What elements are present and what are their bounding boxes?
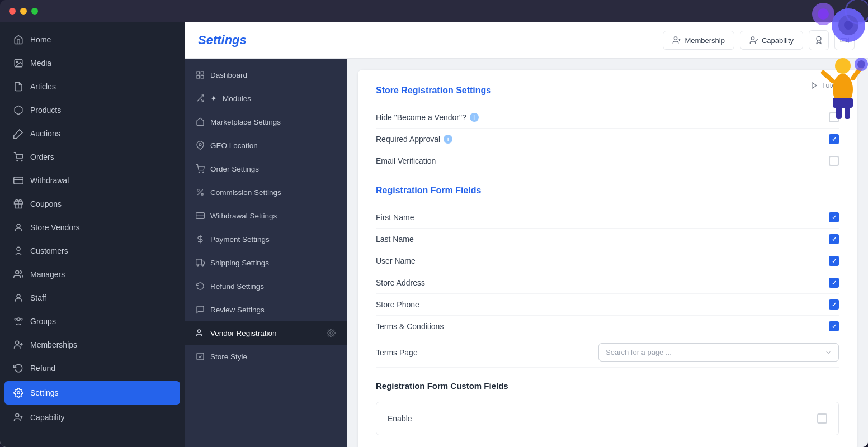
- store-phone-checkbox[interactable]: [829, 299, 839, 310]
- required-approval-info-icon[interactable]: i: [444, 135, 452, 144]
- sidebar-item-settings[interactable]: Settings: [4, 381, 180, 405]
- email-verification-checkbox[interactable]: [829, 156, 839, 166]
- staff-icon: [13, 293, 23, 303]
- settings-nav-modules[interactable]: ✦ Modules: [185, 87, 347, 110]
- required-approval-checkbox[interactable]: [829, 134, 839, 144]
- manager-icon: [13, 269, 23, 279]
- svg-point-7: [17, 247, 20, 250]
- custom-fields-section: Registration Form Custom Fields Enable: [376, 381, 839, 435]
- settings-nav-vendor-registration[interactable]: Vendor Registration: [185, 321, 347, 345]
- home-icon: [13, 35, 23, 45]
- membership-button[interactable]: Membership: [663, 31, 734, 50]
- terms-page-dropdown[interactable]: Search for a page ...: [598, 343, 839, 362]
- sidebar-item-customers[interactable]: Customers: [0, 239, 185, 263]
- settings-nav-dashboard[interactable]: Dashboard: [185, 63, 347, 87]
- video-icon: [840, 36, 849, 45]
- main-card: Tutorial Store Registration Settings Hid…: [358, 70, 857, 447]
- capability-button[interactable]: Capability: [740, 31, 803, 50]
- store-address-checkbox[interactable]: [829, 278, 839, 288]
- svg-point-44: [197, 264, 199, 266]
- first-name-label: First Name: [376, 213, 414, 222]
- minimize-dot[interactable]: [20, 8, 27, 15]
- geo-nav-icon: [196, 141, 205, 150]
- svg-point-38: [201, 193, 203, 195]
- hide-vendor-checkbox[interactable]: [829, 112, 839, 122]
- vendor-reg-gear-icon: [327, 329, 336, 337]
- first-name-checkbox[interactable]: [829, 212, 839, 222]
- svg-point-9: [17, 294, 20, 298]
- terms-conditions-checkbox[interactable]: [829, 321, 839, 331]
- required-approval-label: Required Approval i: [376, 135, 452, 144]
- refund-settings-nav-icon: [196, 282, 205, 291]
- order-nav-icon: [196, 164, 205, 173]
- last-name-row: Last Name: [376, 229, 839, 250]
- certificate-button[interactable]: [809, 30, 829, 50]
- svg-point-6: [17, 224, 20, 227]
- image-icon: [13, 58, 23, 68]
- settings-nav-payment[interactable]: Payment Settings: [185, 227, 347, 251]
- settings-nav-withdrawal[interactable]: Withdrawal Settings: [185, 204, 347, 227]
- header-actions: Membership Capability: [663, 30, 855, 50]
- user-name-checkbox[interactable]: [829, 256, 839, 266]
- withdrawal-nav-icon: [196, 211, 205, 220]
- email-verification-row: Email Verification: [376, 150, 839, 172]
- settings-nav-order[interactable]: Order Settings: [185, 157, 347, 180]
- sidebar-item-coupons[interactable]: Coupons: [0, 192, 185, 216]
- left-sidebar: Home Media Articles Products Auctions Or: [0, 22, 185, 447]
- user-plus-icon: [672, 36, 681, 45]
- terms-conditions-label: Terms & Conditions: [376, 322, 444, 331]
- sidebar-item-groups[interactable]: Groups: [0, 310, 185, 333]
- enable-custom-fields-row: Enable: [388, 411, 827, 426]
- refund-icon: [13, 363, 23, 373]
- store-reg-title: Store Registration Settings: [376, 85, 839, 96]
- payment-nav-icon: [196, 235, 205, 244]
- svg-rect-29: [201, 75, 204, 78]
- review-nav-icon: [196, 305, 205, 314]
- sidebar-item-managers[interactable]: Managers: [0, 263, 185, 286]
- maximize-dot[interactable]: [31, 8, 38, 15]
- settings-nav-refund[interactable]: Refund Settings: [185, 274, 347, 298]
- settings-nav-store-style[interactable]: Store Style: [185, 345, 347, 368]
- sidebar-item-memberships[interactable]: Memberships: [0, 333, 185, 356]
- sidebar-item-capability[interactable]: Capability: [0, 406, 185, 429]
- store-phone-label: Store Phone: [376, 300, 419, 309]
- svg-marker-49: [812, 82, 817, 88]
- svg-point-16: [17, 392, 20, 394]
- custom-fields-title: Registration Form Custom Fields: [376, 381, 839, 391]
- user-name-row: User Name: [376, 250, 839, 272]
- svg-point-23: [751, 37, 754, 40]
- enable-custom-fields-checkbox[interactable]: [817, 413, 827, 424]
- groups-icon: [13, 316, 23, 326]
- sidebar-item-withdrawal[interactable]: Withdrawal: [0, 169, 185, 192]
- tutorial-link[interactable]: Tutorial: [810, 81, 846, 89]
- sidebar-item-auctions[interactable]: Auctions: [0, 122, 185, 145]
- svg-point-37: [197, 189, 199, 191]
- settings-nav-marketplace[interactable]: Marketplace Settings: [185, 110, 347, 134]
- sidebar-item-products[interactable]: Products: [0, 98, 185, 122]
- svg-point-45: [202, 264, 204, 266]
- sidebar-item-articles[interactable]: Articles: [0, 75, 185, 98]
- sidebar-item-refund[interactable]: Refund: [0, 356, 185, 380]
- svg-point-20: [674, 37, 677, 40]
- last-name-checkbox[interactable]: [829, 234, 839, 244]
- hide-vendor-info-icon[interactable]: i: [470, 113, 479, 122]
- terms-page-label: Terms Page: [376, 348, 418, 357]
- svg-point-11: [15, 318, 16, 320]
- video-button[interactable]: [834, 30, 855, 50]
- commission-nav-icon: [196, 188, 205, 197]
- svg-line-36: [197, 189, 202, 194]
- sidebar-item-home[interactable]: Home: [0, 28, 185, 51]
- svg-point-34: [199, 172, 199, 172]
- close-dot[interactable]: [9, 8, 16, 15]
- settings-nav-review[interactable]: Review Settings: [185, 298, 347, 321]
- settings-nav-geo[interactable]: GEO Location: [185, 134, 347, 157]
- sidebar-item-media[interactable]: Media: [0, 51, 185, 75]
- sidebar-item-staff[interactable]: Staff: [0, 286, 185, 310]
- settings-nav-shipping[interactable]: Shipping Settings: [185, 251, 347, 274]
- settings-nav-commission[interactable]: Commission Settings: [185, 180, 347, 204]
- sidebar-item-orders[interactable]: Orders: [0, 145, 185, 169]
- sidebar-item-store-vendors[interactable]: Store Vendors: [0, 216, 185, 239]
- first-name-row: First Name: [376, 207, 839, 229]
- svg-point-8: [16, 270, 19, 274]
- marketplace-nav-icon: [196, 117, 205, 126]
